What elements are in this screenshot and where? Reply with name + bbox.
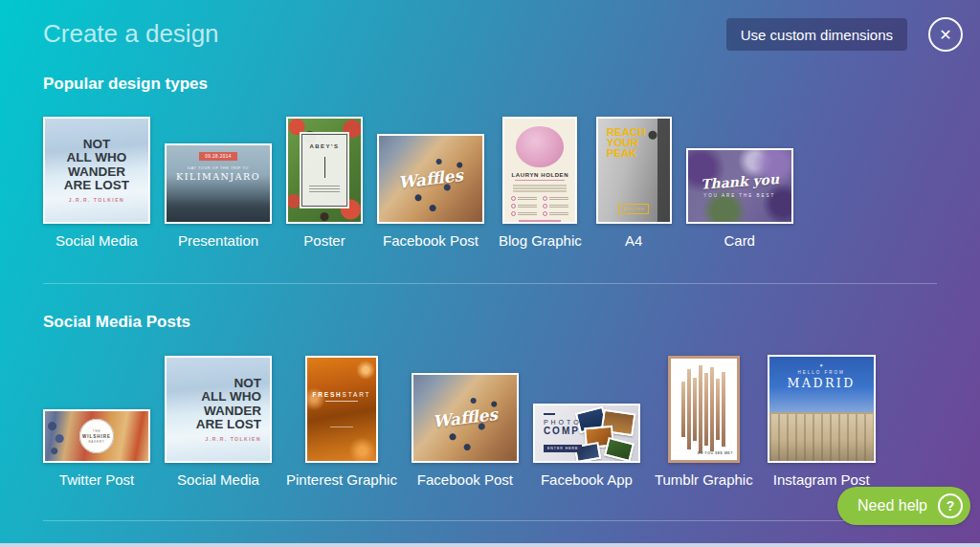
thumb-title-text: Waffles	[432, 405, 499, 431]
design-type-social-media[interactable]: NOT ALL WHO WANDER ARE LOST J.R.R. TOLKI…	[43, 117, 150, 249]
pinterest-rule-2	[330, 427, 353, 427]
presentation-thumbnail: 09.28.2014 DAY TOUR OF THE TRIP TO KILIM…	[165, 143, 272, 224]
madrid-sky: ✶ HELLO FROM MADRID	[769, 357, 874, 412]
photo-comp-text-block: PHOTO COMP ENTER HERE	[544, 413, 583, 453]
design-type-label: Pinterest Graphic	[286, 471, 397, 488]
twitter-post-thumbnail: THE WILSHIRE BAKERY	[43, 409, 150, 463]
blog-graphic-thumbnail: LAURYN HOLDEN	[502, 117, 577, 224]
design-type-label: Social Media	[177, 471, 259, 488]
design-type-social-media-2[interactable]: NOT ALL WHO WANDER ARE LOST J.R.R. TOLKI…	[165, 356, 272, 488]
madrid-palace	[769, 412, 874, 461]
section-title-social-posts: Social Media Posts	[43, 313, 190, 332]
design-type-label: Instagram Post	[773, 471, 870, 488]
thumb-title-text: Waffles	[397, 165, 464, 192]
thumb-subtitle-text: YOU ARE THE BEST	[703, 193, 775, 198]
design-type-label: Facebook App	[541, 471, 633, 488]
design-type-tumblr-graphic[interactable]: DO YOU SEE ME? Tumblr Graphic	[655, 356, 753, 488]
thumb-quote-text: NOT ALL WHO WANDER ARE LOST	[196, 377, 261, 431]
poster-inner-card: ABEY'S	[301, 134, 347, 207]
design-type-facebook-post[interactable]: Waffles Facebook Post	[377, 134, 484, 249]
question-mark-icon: ?	[938, 493, 963, 518]
thumb-name-text: LAURYN HOLDEN	[512, 172, 569, 178]
design-type-label: Tumblr Graphic	[655, 471, 753, 488]
section-title-popular: Popular design types	[43, 75, 208, 94]
design-type-card[interactable]: Thank you YOU ARE THE BEST Card	[686, 148, 793, 249]
thumb-quote-text: NOT ALL WHO WANDER ARE LOST	[64, 138, 129, 192]
thumb-title-text: KILIMANJARO	[176, 171, 260, 182]
design-type-label: Presentation	[178, 232, 258, 249]
close-icon: ✕	[939, 26, 951, 44]
thumb-title-text: Thank you	[700, 171, 779, 192]
thumb-subtitle-text: HELLO FROM	[798, 370, 845, 375]
popular-design-types-row: NOT ALL WHO WANDER ARE LOST J.R.R. TOLKI…	[43, 117, 793, 249]
thumb-byline-text: J.R.R. TOLKIEN	[206, 436, 261, 442]
design-type-label: Social Media	[56, 232, 138, 249]
instagram-post-thumbnail: ✶ HELLO FROM MADRID	[768, 355, 876, 463]
thumb-title-text: MADRID	[788, 376, 856, 390]
thumb-date-badge: 09.28.2014	[199, 152, 237, 161]
design-type-label: Facebook Post	[383, 232, 479, 249]
create-design-screen: Create a design Use custom dimensions ✕ …	[0, 0, 980, 547]
blog-paragraph-lines	[513, 185, 567, 193]
social-media-posts-row: THE WILSHIRE BAKERY Twitter Post NOT ALL…	[43, 355, 876, 488]
design-type-label: Card	[724, 232, 755, 249]
close-button[interactable]: ✕	[928, 17, 963, 52]
thumb-title-text: FRESHSTART	[313, 391, 371, 398]
poster-divider	[324, 157, 325, 178]
facebook-post-thumbnail: Waffles	[377, 134, 484, 224]
facebook-post-thumbnail: Waffles	[412, 373, 519, 463]
dash-rule	[544, 413, 555, 415]
social-media-thumbnail: NOT ALL WHO WANDER ARE LOST J.R.R. TOLKI…	[165, 356, 272, 463]
poster-fineprint	[309, 186, 340, 194]
design-type-instagram-post[interactable]: ✶ HELLO FROM MADRID Instagram Post	[768, 355, 876, 488]
create-design-modal: Create a design Use custom dimensions ✕ …	[0, 0, 980, 543]
page-title: Create a design	[43, 19, 219, 49]
bakery-badge: THE WILSHIRE BAKERY	[79, 419, 114, 453]
design-type-pinterest-graphic[interactable]: FRESHSTART Pinterest Graphic	[286, 356, 397, 488]
design-type-poster[interactable]: ABEY'S Poster	[286, 117, 363, 249]
design-type-blog-graphic[interactable]: LAURYN HOLDEN Blog Graphic	[499, 117, 582, 249]
thumb-byline-text: J.R.R. TOLKIEN	[69, 197, 124, 203]
need-help-label: Need help	[858, 497, 927, 514]
bottom-divider	[43, 520, 937, 521]
social-media-thumbnail: NOT ALL WHO WANDER ARE LOST J.R.R. TOLKI…	[43, 117, 150, 224]
thumb-caption-text: DO YOU SEE ME?	[698, 451, 733, 455]
a4-thumbnail: REACH YOUR PEAK EXPLORE	[596, 117, 672, 224]
badge-bottom-text: BAKERY	[89, 440, 105, 444]
design-type-a4[interactable]: REACH YOUR PEAK EXPLORE A4	[596, 117, 672, 249]
design-type-facebook-app[interactable]: PHOTO COMP ENTER HERE Facebook App	[533, 404, 640, 488]
card-thumbnail: Thank you YOU ARE THE BEST	[686, 148, 793, 224]
badge-top-text: THE	[93, 429, 100, 433]
design-type-facebook-post-2[interactable]: Waffles Facebook Post	[412, 373, 519, 488]
facebook-app-thumbnail: PHOTO COMP ENTER HERE	[533, 404, 640, 463]
blog-footer-rule	[519, 220, 561, 222]
star-icon: ✶	[819, 362, 823, 368]
blog-icon-grid	[511, 196, 568, 216]
design-type-label: Twitter Post	[59, 471, 134, 488]
thumb-title-text: REACH YOUR PEAK	[607, 127, 646, 159]
design-type-label: Poster	[303, 232, 345, 249]
thumb-line1-text: PHOTO	[544, 419, 583, 426]
thumb-subtitle-text: DAY TOUR OF THE TRIP TO	[188, 165, 249, 170]
section-divider	[43, 283, 937, 284]
blog-avatar-photo	[516, 126, 564, 167]
pinterest-graphic-thumbnail: FRESHSTART	[305, 356, 378, 463]
pinterest-rule	[325, 401, 358, 402]
design-type-label: Facebook Post	[417, 471, 513, 488]
use-custom-dimensions-button[interactable]: Use custom dimensions	[726, 18, 907, 51]
design-type-presentation[interactable]: 09.28.2014 DAY TOUR OF THE TRIP TO KILIM…	[165, 143, 272, 249]
page-background-strip	[0, 543, 980, 547]
thumb-tag-text: ENTER HERE	[544, 445, 583, 452]
use-custom-dimensions-label: Use custom dimensions	[741, 27, 893, 43]
design-type-twitter-post[interactable]: THE WILSHIRE BAKERY Twitter Post	[43, 409, 150, 488]
thumb-tag-text: EXPLORE	[618, 204, 649, 214]
badge-main-text: WILSHIRE	[82, 434, 111, 439]
collage-photo	[604, 437, 635, 462]
blog-subtitle-rule	[515, 180, 565, 182]
design-type-label: Blog Graphic	[499, 232, 582, 249]
poster-thumbnail: ABEY'S	[286, 117, 363, 224]
design-type-label: A4	[625, 232, 642, 249]
thumb-title-text: ABEY'S	[309, 143, 339, 149]
need-help-button[interactable]: Need help ?	[837, 487, 970, 525]
tumblr-graphic-thumbnail: DO YOU SEE ME?	[668, 356, 740, 463]
